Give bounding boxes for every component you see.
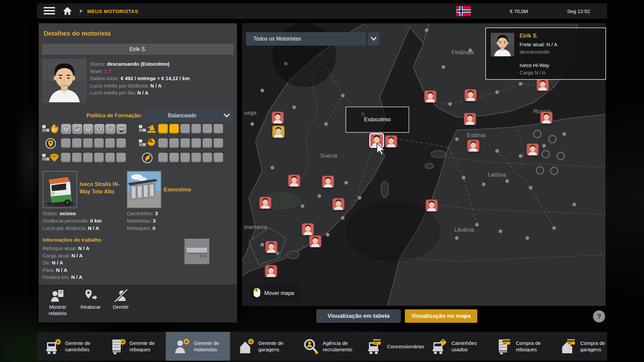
- fragile-skill-step: [72, 153, 82, 162]
- truck-stats: Status: ociosoDistância percorrida: 0 km…: [43, 210, 123, 232]
- urgent-skill-step: [203, 138, 212, 148]
- skills-grid: [42, 123, 235, 166]
- nav-item-compra-de-garagens[interactable]: Compra de garagens: [552, 332, 616, 361]
- info-line: Motoristas: 3: [127, 217, 207, 225]
- long-distance-skill-step: [180, 124, 190, 133]
- divider: [42, 167, 233, 168]
- breadcrumb: MEUS MOTORISTAS: [87, 8, 138, 14]
- driver-map-marker[interactable]: [385, 135, 397, 148]
- breadcrumb-arrow-icon: [80, 9, 83, 13]
- driver-map-marker[interactable]: [309, 235, 322, 248]
- driver-map-marker[interactable]: [272, 125, 285, 138]
- driver-hover-card: Eirik S. Frete atual: N / A descansando …: [485, 27, 606, 80]
- driver-map-marker[interactable]: [526, 143, 539, 156]
- mouse-cursor: [376, 143, 386, 156]
- driver-map-marker[interactable]: [536, 78, 549, 91]
- action-bar: Mostrar relatórioRealocarDemitir: [39, 285, 237, 322]
- game-screen: MEUS MOTORISTAS € 70,0M Seg 12:52 Detalh…: [0, 0, 644, 362]
- country-label: uega: [244, 110, 257, 116]
- time-display: Seg 12:52: [555, 8, 602, 14]
- driver-map-marker[interactable]: [265, 241, 278, 253]
- dismiss-icon: [106, 288, 136, 304]
- gem-icon: [42, 152, 60, 164]
- driver-map-marker[interactable]: [540, 111, 553, 124]
- driver-card-truck: Iveco Hi-Way: [520, 62, 549, 68]
- driver-map-marker[interactable]: [302, 223, 314, 236]
- driver-map-marker[interactable]: [265, 265, 277, 278]
- driver-map-marker[interactable]: [467, 139, 480, 152]
- info-line: Status: descansando (Estocolmo): [90, 60, 235, 68]
- info-line: Finaliza em: N / A: [43, 274, 177, 281]
- eco-skill-step: [158, 153, 168, 162]
- country-label: Lituânia: [454, 227, 474, 233]
- nav-item-gerente-de-motoristas[interactable]: Gerente de motoristas: [166, 332, 230, 361]
- driver-map-marker[interactable]: [425, 199, 438, 212]
- nav-item-gerente-de-reboques[interactable]: Gerente de reboques: [101, 332, 166, 361]
- info-line: De: N / A: [43, 259, 177, 266]
- nav-item-compra-de-reboques[interactable]: Compra de reboques: [488, 332, 552, 361]
- driver-map-marker[interactable]: [322, 175, 334, 188]
- urgent-skill-step: [192, 138, 201, 148]
- driver-map-marker[interactable]: [288, 174, 301, 187]
- nav-item-agencia-de-recrutamento[interactable]: Agência de recrutamento: [294, 332, 359, 361]
- territory-skill-step: [72, 138, 82, 148]
- driver-map-marker[interactable]: [464, 89, 477, 102]
- norway-flag-icon: [456, 6, 471, 16]
- flame-icon: [42, 123, 60, 135]
- truck-thumbnail[interactable]: [43, 171, 77, 208]
- adr-class-3-icon: [83, 124, 93, 134]
- driver-map-marker[interactable]: [464, 113, 476, 125]
- map-view-button[interactable]: Visualização no mapa: [405, 309, 477, 323]
- garage-thumbnail[interactable]: [127, 171, 161, 208]
- menu-button[interactable]: [44, 7, 55, 15]
- training-policy-label: Política de Formação:: [58, 113, 142, 119]
- clock-icon: [138, 138, 156, 149]
- nav-item-gerente-de-garagens[interactable]: Gerente de garagens: [230, 332, 294, 361]
- driver-card-photo: [491, 33, 514, 56]
- driver-filter-select[interactable]: Todos os Motoristas: [246, 32, 366, 46]
- home-button[interactable]: [62, 6, 72, 16]
- city-tooltip: Estocolmo: [345, 107, 409, 133]
- nav-item-caminhoes-usados[interactable]: Caminhões usados: [423, 332, 488, 361]
- driver-map-marker[interactable]: [271, 111, 284, 124]
- fragile-skill-step: [105, 153, 115, 162]
- driver-map-marker[interactable]: [259, 196, 272, 209]
- driver-gear-icon: [174, 338, 191, 355]
- urgent-skill-step: [180, 138, 190, 148]
- driver-card-name: Eirik S.: [520, 33, 538, 39]
- driver-map-marker[interactable]: [424, 90, 437, 103]
- help-button[interactable]: ?: [593, 310, 605, 322]
- country-label: inamarca: [244, 224, 267, 230]
- top-bar: MEUS MOTORISTAS € 70,0M Seg 12:52: [37, 3, 607, 19]
- training-policy-select[interactable]: Balanceado: [145, 110, 219, 122]
- driver-info-list: Status: descansando (Estocolmo)Nível: 1.…: [90, 60, 235, 97]
- country-label: Letônia: [488, 172, 506, 178]
- move-map-hint: Mover mapa: [250, 286, 300, 301]
- dismiss-button[interactable]: Demitir: [106, 288, 136, 310]
- chevron-down-icon[interactable]: [221, 110, 233, 122]
- nav-item-gerente-de-caminhoes[interactable]: Gerente de caminhões: [37, 332, 101, 361]
- driver-map-marker[interactable]: [332, 198, 345, 210]
- nav-item-concessionarias[interactable]: Concessionárias: [359, 332, 423, 361]
- info-line: Nível: 1.7: [90, 68, 235, 75]
- eco-skill-step: [169, 153, 179, 162]
- long-distance-skill-step: [158, 124, 168, 133]
- territory-skill-step: [83, 138, 93, 148]
- long-distance-skill-step: [214, 124, 223, 133]
- bottom-navbar: Gerente de caminhõesGerente de reboquesG…: [37, 332, 607, 361]
- long-distance-skill-step: [203, 124, 212, 133]
- eco-icon: [138, 152, 156, 164]
- trailer-thumbnail: [184, 239, 209, 264]
- long-distance-skill-step: [169, 124, 179, 133]
- long-distance-skill-step: [192, 124, 201, 133]
- relocate-button[interactable]: Realocar: [75, 288, 106, 310]
- chevron-down-icon[interactable]: [368, 32, 379, 46]
- table-view-button[interactable]: Visualização em tabela: [316, 309, 401, 323]
- info-line: Status: ocioso: [43, 210, 123, 217]
- truck-gear-icon: [45, 338, 62, 355]
- used-trucks-icon: [431, 338, 448, 355]
- report-button[interactable]: Mostrar relatório: [40, 288, 75, 316]
- info-line: Lucro médio por distância: N / A: [90, 82, 235, 89]
- garage-name: Estocolmo: [164, 187, 224, 193]
- info-line: Lucro por distância: N / A: [43, 225, 123, 232]
